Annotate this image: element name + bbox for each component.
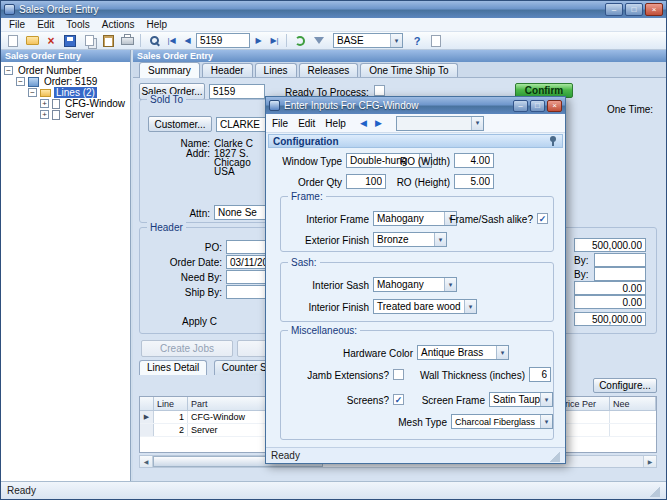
dialog-maximize-button[interactable]: □ <box>530 100 545 112</box>
exterior-finish-select[interactable]: Bronze ▾ <box>373 232 447 247</box>
print-button[interactable] <box>118 33 136 49</box>
ro-width-field[interactable] <box>454 153 494 168</box>
tab-lines[interactable]: Lines <box>255 63 297 77</box>
tab-header[interactable]: Header <box>202 63 253 77</box>
refresh-button[interactable] <box>291 33 309 49</box>
paste-button[interactable] <box>99 33 117 49</box>
row-marker-icon: ▶ <box>140 411 154 423</box>
frame-sash-alike-checkbox[interactable]: ✓ <box>537 213 548 224</box>
chevron-down-icon: ▾ <box>444 278 456 291</box>
prev-record-button[interactable]: ◀ <box>180 33 195 48</box>
need-by-label: Need By: <box>144 272 222 283</box>
collapse-icon[interactable]: − <box>16 77 25 86</box>
menu-edit[interactable]: Edit <box>31 19 60 30</box>
dialog-nav-select[interactable]: ▾ <box>396 116 484 131</box>
menu-file[interactable]: File <box>3 19 31 30</box>
interior-finish-label: Interior Finish <box>283 302 369 313</box>
filter-button[interactable] <box>310 33 328 49</box>
interior-finish-select[interactable]: Treated bare wood ▾ <box>373 299 477 314</box>
screens-checkbox[interactable]: ✓ <box>393 394 404 405</box>
resize-grip[interactable] <box>648 485 660 497</box>
ro-width-label: RO (Width) <box>388 156 450 167</box>
new-button[interactable] <box>4 33 22 49</box>
hardware-color-select[interactable]: Antique Brass ▾ <box>417 345 509 360</box>
tree-item-order-number[interactable]: − Order Number <box>1 65 130 76</box>
menu-actions[interactable]: Actions <box>96 19 141 30</box>
tab-releases[interactable]: Releases <box>299 63 359 77</box>
dialog-menu-help[interactable]: Help <box>325 118 346 129</box>
amount-field-2[interactable] <box>574 295 646 309</box>
collapse-icon[interactable]: − <box>4 66 13 75</box>
dialog-status-text: Ready <box>271 450 300 461</box>
order-number-field[interactable] <box>196 33 250 48</box>
toolbar-separator <box>140 34 141 47</box>
ready-to-process-checkbox[interactable] <box>374 85 385 96</box>
app-window: Sales Order Entry – □ × File Edit Tools … <box>0 0 667 500</box>
tab-summary[interactable]: Summary <box>139 62 200 78</box>
interior-sash-select[interactable]: Mahogany ▾ <box>373 277 457 292</box>
customer-button[interactable]: Customer... <box>148 116 212 132</box>
dialog-close-button[interactable]: × <box>547 100 562 112</box>
minimize-button[interactable]: – <box>605 3 623 16</box>
scroll-left-button[interactable]: ◀ <box>140 456 153 467</box>
last-record-button[interactable]: ▶| <box>267 33 282 48</box>
expand-icon[interactable]: + <box>40 110 49 119</box>
order-tree: − Order Number − Order: 5159 − Lines (2)… <box>1 62 130 481</box>
tab-one-time-ship-to[interactable]: One Time Ship To <box>360 63 457 77</box>
screen-frame-select[interactable]: Satin Taupe ▾ <box>489 392 553 407</box>
create-jobs-button[interactable]: Create Jobs <box>141 340 233 357</box>
dialog-menu-file[interactable]: File <box>272 118 288 129</box>
close-button[interactable]: × <box>645 3 663 16</box>
pin-icon[interactable] <box>548 135 558 147</box>
tree-item-server[interactable]: + Server <box>1 109 130 120</box>
maximize-button[interactable]: □ <box>625 3 643 16</box>
tree-item-lines[interactable]: − Lines (2) <box>1 87 130 98</box>
menu-tools[interactable]: Tools <box>60 19 95 30</box>
amount-field-1[interactable] <box>574 281 646 295</box>
base-select[interactable]: BASE ▾ <box>333 33 403 48</box>
order-amount-field[interactable] <box>574 238 646 252</box>
dialog-resize-grip[interactable] <box>548 450 560 462</box>
search-button[interactable] <box>145 33 163 49</box>
help-icon: ? <box>414 35 421 47</box>
summary-order-number-field[interactable] <box>209 84 265 99</box>
open-button[interactable] <box>23 33 41 49</box>
dialog-icon <box>269 100 280 111</box>
collapse-icon[interactable]: − <box>28 88 37 97</box>
wall-thickness-field[interactable] <box>529 367 551 382</box>
scroll-right-button[interactable]: ▶ <box>643 456 656 467</box>
app-icon <box>4 4 15 15</box>
tab-lines-detail[interactable]: Lines Detail <box>139 360 207 375</box>
table-header-need[interactable]: Nee <box>610 397 656 411</box>
dialog-minimize-button[interactable]: – <box>513 100 528 112</box>
by-field-1[interactable] <box>594 253 646 267</box>
copy-button[interactable] <box>80 33 98 49</box>
table-header-line[interactable]: Line <box>154 397 188 411</box>
help-button[interactable]: ? <box>408 33 426 49</box>
nav-prev-button[interactable]: ◀ <box>356 116 371 130</box>
exterior-finish-label: Exterior Finish <box>283 235 369 246</box>
by-field-2[interactable] <box>594 267 646 281</box>
order-qty-field[interactable] <box>346 174 386 189</box>
menu-help[interactable]: Help <box>141 19 174 30</box>
dialog-menu-edit[interactable]: Edit <box>298 118 315 129</box>
first-record-button[interactable]: |◀ <box>164 33 179 48</box>
mesh-type-select[interactable]: Charcoal Fiberglass ▾ <box>451 414 553 429</box>
nav-next-button[interactable]: ▶ <box>371 116 386 130</box>
jamb-extensions-checkbox[interactable] <box>393 369 404 380</box>
chevron-down-icon: ▾ <box>540 415 552 428</box>
ro-height-field[interactable] <box>454 174 494 189</box>
tree-item-cfg-window[interactable]: + CFG-Window <box>1 98 130 109</box>
order-total-field[interactable] <box>574 312 646 326</box>
dialog-title: Enter Inputs For CFG-Window <box>284 100 513 111</box>
info-button[interactable] <box>427 33 445 49</box>
configure-button[interactable]: Configure... <box>593 378 657 393</box>
one-time-label: One Time: <box>607 104 653 115</box>
expand-icon[interactable]: + <box>40 99 49 108</box>
part-icon <box>52 99 60 109</box>
delete-button[interactable]: × <box>42 33 60 49</box>
row-marker-icon <box>140 424 154 436</box>
save-button[interactable] <box>61 33 79 49</box>
tree-item-order-5159[interactable]: − Order: 5159 <box>1 76 130 87</box>
next-record-button[interactable]: ▶ <box>251 33 266 48</box>
